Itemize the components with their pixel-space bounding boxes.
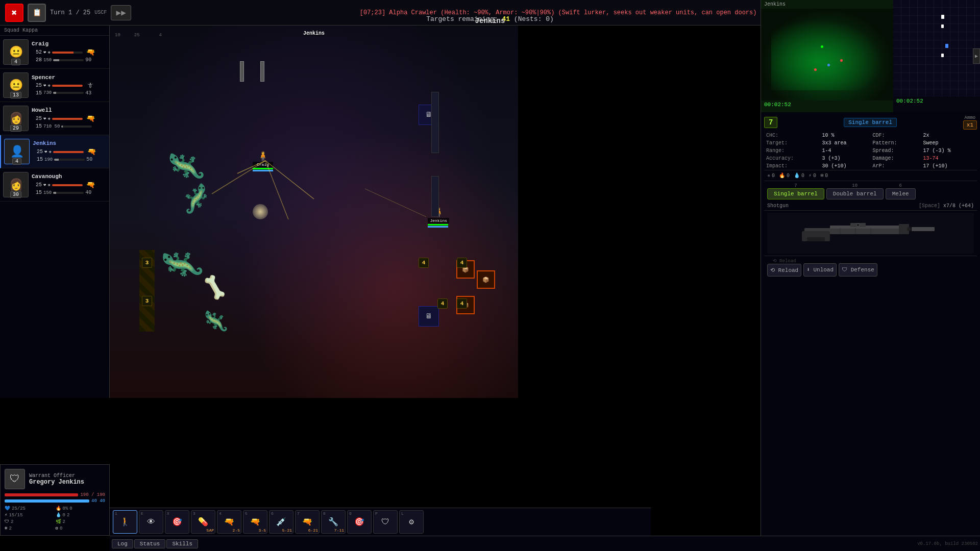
stats-craig: Craig 52 ❤ ❋ 🔫 28 150 90 (29, 41, 106, 63)
squad-member-cavanough[interactable]: 👩 30 Cavanough 25 ❤ ❋ 🔫 15 150 40 (0, 168, 109, 202)
avatar-spencer: 😐 13 (3, 72, 29, 98)
minimap-dot-enemy2 (814, 68, 817, 71)
ap-display: 7 (764, 117, 777, 128)
reload-button[interactable]: ⟲ Reload (767, 264, 801, 277)
squad-icon: ✖ (5, 4, 23, 22)
num-4-1: 4 (419, 258, 429, 268)
stats-spencer: Spencer 25 ❤ ❋ 🗡 15 730 43 (29, 74, 106, 96)
armor-bar-craig (53, 59, 84, 61)
minimap-section: Jenkins 00:02:52 00:02:52 ▶ (761, 0, 980, 112)
avatar-cavanough: 👩 30 (3, 172, 29, 197)
avatar-craig: 😐 4 (3, 39, 29, 65)
num-4-2: 4 (457, 258, 467, 268)
squad-label: Squad Kappa (0, 26, 109, 36)
hp-bar-main (5, 493, 78, 496)
char-header: 🛡 Warrant Officer Gregory Jenkins (5, 469, 105, 489)
ability-slot-1[interactable]: 1 🚶 (113, 510, 137, 534)
squad-member-spencer[interactable]: 😐 13 Spencer 25 ❤ ❋ 🗡 15 730 43 (0, 69, 109, 102)
ability-slot-3[interactable]: 3 💊 5AP (191, 510, 215, 534)
stats-howell: Howell 25 ❤ ❋ 🔫 15 710 50 (29, 107, 106, 130)
right-panel: 7 Single barrel Ammo x1 CHC:10 % CDF:2x … (761, 112, 980, 551)
squad-member-jenkins[interactable]: 👤 4 Jenkins 25 ❤ ❋ 🔫 15 190 50 (0, 135, 109, 168)
sidebar-left: Squad Kappa 😐 4 Craig 52 ❤ ❋ 🔫 28 150 90 (0, 26, 110, 398)
defense-button[interactable]: 🛡 Defense (839, 263, 877, 277)
minimap-canvas (761, 9, 893, 101)
ability-slot-6[interactable]: 6 💉 5-21 (269, 510, 293, 534)
ap-badge-craig: 4 (11, 59, 20, 65)
num-3-bot: 3 (142, 296, 152, 306)
minimap-dot-craig (821, 45, 823, 48)
wall-r1 (431, 92, 439, 153)
svg-point-10 (907, 227, 911, 231)
tac-dot-1 (941, 15, 944, 19)
version-text: v0.17.0b, build 230502 (917, 541, 978, 546)
reload-bar: ⟲ Reload ⟲ Reload ⬇ Unload 🛡 Defense (764, 256, 977, 279)
weapon-craig: 🔫 (86, 48, 95, 57)
char-info: 🛡 Warrant Officer Gregory Jenkins 190 / … (0, 464, 110, 536)
minimap-expand-button[interactable]: ▶ (973, 48, 980, 64)
minimap-tactical: 00:02:52 (893, 0, 980, 112)
ability-slot-p[interactable]: P 🛡 (373, 510, 398, 534)
ap-badge-howell: 29 (10, 125, 21, 132)
weapon-stats-table: CHC:10 % CDF:2x Target:3x3 area Pattern:… (764, 132, 977, 170)
turn-section: ✖ 📋 Turn 1 / 25 USCF ▶▶ (0, 4, 136, 22)
creature-5: 🦎 (200, 307, 230, 337)
shotgun-label: Shotgun [Space] x7/8 (+64) (764, 202, 977, 211)
shotgun-svg (799, 218, 942, 248)
resist-row: ✳0 🔥0 💧0 ⚡0 ❄0 (764, 170, 977, 181)
weapon-panel: 7 Single barrel Ammo x1 CHC:10 % CDF:2x … (761, 112, 980, 282)
tac-dot-4 (941, 54, 944, 57)
creature-2: 🦎 (179, 181, 215, 217)
stats-jenkins: Jenkins 25 ❤ ❋ 🔫 15 190 50 (30, 140, 106, 163)
num-3-top: 3 (142, 258, 152, 268)
skills-button[interactable]: Skills (166, 539, 198, 548)
status-button[interactable]: Status (134, 539, 166, 548)
ability-slot-l[interactable]: L ⚙ (399, 510, 424, 534)
ability-slot-5[interactable]: 5 🔫 3-5 (243, 510, 267, 534)
game-canvas[interactable]: 🖥 🖥 📦 📦 📦 3 3 4 4 4 4 10 25 4 🦎 🦎 🦎 🦴 🦎 … (110, 26, 518, 398)
squad-member-craig[interactable]: 😐 4 Craig 52 ❤ ❋ 🔫 28 150 90 (0, 36, 109, 69)
stats-cavanough: Cavanough 25 ❤ ❋ 🔫 15 150 40 (29, 173, 106, 196)
ammo-display: x1 (963, 120, 977, 130)
barrel-tabs: 7 Single barrel 10 Double barrel 6 Melee (764, 181, 977, 202)
squad-member-howell[interactable]: 👩 29 Howell 25 ❤ ❋ 🔫 15 710 50 (0, 102, 109, 135)
wall-r2 (431, 176, 439, 217)
ability-slot-7[interactable]: 7 🔫 6-21 (295, 510, 320, 534)
minimap-title: Jenkins (761, 0, 893, 9)
crate-2: 📦 (477, 270, 495, 289)
ability-slot-9[interactable]: 9 🎯 (347, 510, 372, 534)
ability-slot-x[interactable]: X 🎯 (165, 510, 189, 534)
door-2 (260, 61, 264, 82)
map-coords: 10 25 4 (115, 33, 162, 38)
avatar-howell: 👩 29 (3, 106, 29, 131)
minimap-main: Jenkins 00:02:52 (761, 0, 894, 112)
game-bg (110, 26, 518, 398)
console-2: 🖥 (419, 306, 439, 327)
log-button[interactable]: Log (112, 539, 133, 548)
ability-slot-e[interactable]: E 👁 (139, 510, 163, 534)
barrel-tab-single[interactable]: Single barrel (767, 188, 824, 199)
door-1 (240, 61, 244, 82)
num-4-3: 4 (437, 298, 448, 309)
advance-button[interactable]: ▶▶ (111, 5, 131, 20)
ability-bar: 1 🚶 E 👁 X 🎯 3 💊 5AP 4 🔫 2-5 5 🔫 3-5 6 💉 … (110, 508, 651, 536)
svg-rect-9 (807, 237, 825, 241)
ap-badge-cavanough: 30 (10, 191, 21, 198)
ability-slot-4[interactable]: 4 🔫 2-5 (217, 510, 241, 534)
avatar-jenkins: 👤 4 (4, 139, 30, 164)
svg-rect-11 (912, 227, 935, 231)
weapon-header: 7 Single barrel Ammo x1 (764, 115, 977, 130)
active-unit-name: Jenkins (475, 17, 505, 25)
jenkins-map-label: Jenkins (303, 31, 325, 36)
barrel-tab-double[interactable]: Double barrel (826, 188, 884, 199)
barrel-tab-melee[interactable]: Melee (886, 188, 916, 199)
hp-bar-craig (52, 52, 83, 54)
muzzle-flash (253, 204, 268, 219)
barrel-display: Single barrel (844, 118, 897, 127)
unload-button[interactable]: ⬇ Unload (803, 263, 837, 277)
weapon-image (767, 213, 974, 254)
svg-point-16 (856, 223, 860, 227)
minimap-dot-jenkins (827, 64, 830, 66)
ability-slot-8[interactable]: 8 🔧 7-11 (321, 510, 346, 534)
char-stat-grid: 💙25/25 🔥0% 0 ⚡15/15 💧0 2 🛡2 🌿2 ❄2 ⚙0 (5, 506, 105, 531)
